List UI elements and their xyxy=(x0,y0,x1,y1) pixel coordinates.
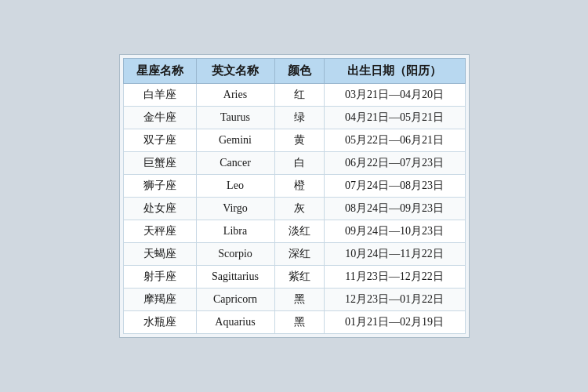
cell-color: 橙 xyxy=(274,175,324,198)
cell-english: Aries xyxy=(196,84,274,107)
table-row: 天秤座Libra淡红09月24日—10月23日 xyxy=(123,220,465,243)
cell-dates: 01月21日—02月19日 xyxy=(324,311,465,334)
cell-chinese: 狮子座 xyxy=(123,175,196,198)
cell-color: 灰 xyxy=(274,198,324,220)
table-body: 白羊座Aries红03月21日—04月20日金牛座Taurus绿04月21日—0… xyxy=(123,84,465,334)
table-row: 摩羯座Capricorn黑12月23日—01月22日 xyxy=(123,289,465,311)
cell-chinese: 处女座 xyxy=(123,198,196,220)
table-header-row: 星座名称 英文名称 颜色 出生日期（阳历） xyxy=(123,59,465,84)
cell-dates: 05月22日—06月21日 xyxy=(324,129,465,152)
cell-color: 白 xyxy=(274,152,324,175)
cell-english: Capricorn xyxy=(196,289,274,311)
cell-dates: 10月24日—11月22日 xyxy=(324,243,465,266)
cell-color: 黑 xyxy=(274,311,324,334)
cell-chinese: 双子座 xyxy=(123,129,196,152)
cell-color: 黄 xyxy=(274,129,324,152)
cell-color: 红 xyxy=(274,84,324,107)
header-english: 英文名称 xyxy=(196,59,274,84)
table-row: 白羊座Aries红03月21日—04月20日 xyxy=(123,84,465,107)
cell-dates: 03月21日—04月20日 xyxy=(324,84,465,107)
cell-english: Scorpio xyxy=(196,243,274,266)
cell-english: Taurus xyxy=(196,107,274,129)
table-row: 巨蟹座Cancer白06月22日—07月23日 xyxy=(123,152,465,175)
cell-english: Virgo xyxy=(196,198,274,220)
header-chinese: 星座名称 xyxy=(123,59,196,84)
cell-dates: 12月23日—01月22日 xyxy=(324,289,465,311)
zodiac-table-wrapper: 星座名称 英文名称 颜色 出生日期（阳历） 白羊座Aries红03月21日—04… xyxy=(119,54,470,338)
table-row: 水瓶座Aquarius黑01月21日—02月19日 xyxy=(123,311,465,334)
cell-chinese: 水瓶座 xyxy=(123,311,196,334)
cell-chinese: 射手座 xyxy=(123,266,196,289)
cell-chinese: 金牛座 xyxy=(123,107,196,129)
table-row: 狮子座Leo橙07月24日—08月23日 xyxy=(123,175,465,198)
zodiac-table: 星座名称 英文名称 颜色 出生日期（阳历） 白羊座Aries红03月21日—04… xyxy=(123,58,466,334)
cell-dates: 11月23日—12月22日 xyxy=(324,266,465,289)
cell-color: 深红 xyxy=(274,243,324,266)
cell-chinese: 白羊座 xyxy=(123,84,196,107)
table-row: 金牛座Taurus绿04月21日—05月21日 xyxy=(123,107,465,129)
cell-chinese: 摩羯座 xyxy=(123,289,196,311)
cell-english: Aquarius xyxy=(196,311,274,334)
cell-dates: 04月21日—05月21日 xyxy=(324,107,465,129)
table-row: 处女座Virgo灰08月24日—09月23日 xyxy=(123,198,465,220)
cell-chinese: 天秤座 xyxy=(123,220,196,243)
cell-dates: 08月24日—09月23日 xyxy=(324,198,465,220)
cell-english: Cancer xyxy=(196,152,274,175)
cell-english: Gemini xyxy=(196,129,274,152)
header-color: 颜色 xyxy=(274,59,324,84)
table-row: 双子座Gemini黄05月22日—06月21日 xyxy=(123,129,465,152)
header-date: 出生日期（阳历） xyxy=(324,59,465,84)
cell-dates: 06月22日—07月23日 xyxy=(324,152,465,175)
cell-chinese: 天蝎座 xyxy=(123,243,196,266)
cell-dates: 07月24日—08月23日 xyxy=(324,175,465,198)
cell-dates: 09月24日—10月23日 xyxy=(324,220,465,243)
cell-color: 淡红 xyxy=(274,220,324,243)
cell-color: 绿 xyxy=(274,107,324,129)
table-row: 天蝎座Scorpio深红10月24日—11月22日 xyxy=(123,243,465,266)
cell-chinese: 巨蟹座 xyxy=(123,152,196,175)
cell-english: Sagittarius xyxy=(196,266,274,289)
cell-english: Leo xyxy=(196,175,274,198)
table-row: 射手座Sagittarius紫红11月23日—12月22日 xyxy=(123,266,465,289)
cell-english: Libra xyxy=(196,220,274,243)
cell-color: 紫红 xyxy=(274,266,324,289)
cell-color: 黑 xyxy=(274,289,324,311)
